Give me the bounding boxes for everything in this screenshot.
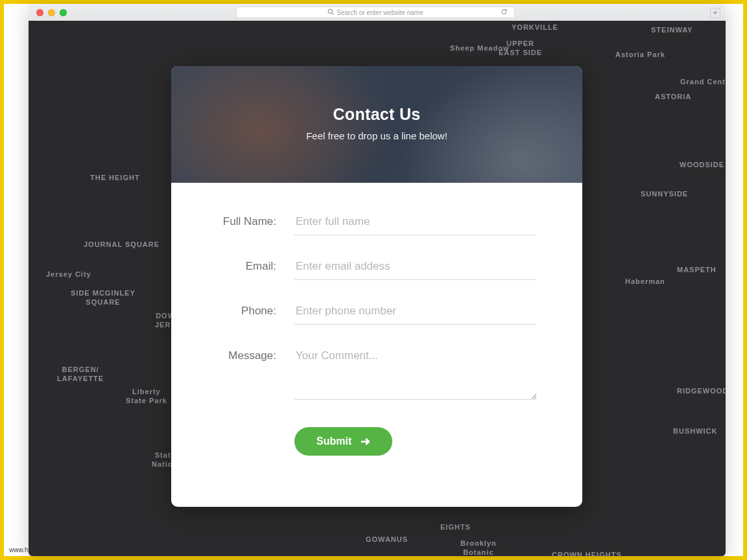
- arrow-right-icon: ➜: [361, 436, 370, 447]
- map-label: RIDGEWOOD: [677, 386, 726, 395]
- full-name-input[interactable]: [294, 214, 537, 235]
- label-full-name: Full Name:: [217, 214, 294, 228]
- map-label: Brooklyn Botanic: [460, 539, 497, 556]
- svg-point-0: [329, 9, 333, 13]
- map-label: Grand Central Pk: [680, 77, 726, 86]
- browser-window: Search or enter website name + YORKVILLE…: [29, 4, 726, 556]
- fullscreen-window-button[interactable]: [60, 9, 67, 16]
- map-label: MASPETH: [677, 265, 717, 274]
- window-controls: [36, 9, 67, 16]
- label-email: Email:: [217, 259, 294, 273]
- label-message: Message:: [217, 348, 294, 362]
- new-tab-button[interactable]: +: [710, 8, 720, 18]
- map-label: SUNNYSIDE: [641, 189, 688, 198]
- contact-card: Contact Us Feel free to drop us a line b…: [171, 66, 582, 507]
- map-label: Jersey City: [46, 270, 91, 279]
- map-label: BUSHWICK: [673, 426, 718, 436]
- map-label: ASTORIA: [655, 92, 691, 101]
- map-label: UPPER EAST SIDE: [499, 39, 542, 58]
- browser-chrome: Search or enter website name +: [29, 4, 726, 21]
- map-label: Astoria Park: [615, 50, 665, 59]
- map-label: YORKVILLE: [512, 23, 558, 32]
- map-label: SIDE MCGINLEY SQUARE: [71, 288, 136, 307]
- address-bar[interactable]: Search or enter website name: [236, 6, 515, 18]
- white-border: www.heritagechristiancollege.com Search …: [4, 4, 743, 556]
- address-bar-placeholder: Search or enter website name: [337, 9, 423, 16]
- reload-icon[interactable]: [501, 8, 508, 17]
- contact-form: Full Name: Email: Phone: Message:: [171, 183, 582, 475]
- submit-button-label: Submit: [316, 436, 351, 447]
- page-subtitle: Feel free to drop us a line below!: [171, 130, 582, 141]
- submit-button[interactable]: Submit ➜: [294, 427, 392, 456]
- map-label: Haberman: [625, 277, 665, 286]
- page-background: YORKVILLESTEINWAYSheep MeadowUPPER EAST …: [29, 21, 726, 556]
- label-phone: Phone:: [217, 303, 294, 318]
- minimize-window-button[interactable]: [48, 9, 55, 16]
- card-header-text: Contact Us Feel free to drop us a line b…: [171, 105, 582, 141]
- map-label: GOWANUS: [366, 535, 408, 544]
- map-label: WOODSIDE: [680, 160, 724, 169]
- close-window-button[interactable]: [36, 9, 43, 16]
- phone-input[interactable]: [294, 303, 537, 325]
- row-message: Message:: [217, 348, 537, 402]
- map-label: THE HEIGHT: [90, 173, 140, 182]
- row-email: Email:: [217, 259, 537, 280]
- map-label: CROWN HEIGHTS: [552, 550, 622, 556]
- row-full-name: Full Name:: [217, 214, 537, 235]
- map-label: JOURNAL SQUARE: [84, 240, 160, 249]
- search-icon: [327, 8, 334, 16]
- email-input[interactable]: [294, 259, 537, 280]
- map-label: Liberty State Park: [126, 387, 167, 406]
- outer-frame: www.heritagechristiancollege.com Search …: [0, 0, 747, 560]
- submit-row: Submit ➜: [217, 427, 537, 456]
- page-title: Contact Us: [171, 105, 582, 124]
- row-phone: Phone:: [217, 303, 537, 325]
- card-header: Contact Us Feel free to drop us a line b…: [171, 66, 582, 183]
- svg-line-1: [332, 13, 334, 15]
- map-label: STEINWAY: [651, 25, 693, 34]
- message-textarea[interactable]: [294, 348, 537, 400]
- map-label: EIGHTS: [440, 522, 471, 531]
- map-label: BERGEN/ LAFAYETTE: [57, 365, 104, 384]
